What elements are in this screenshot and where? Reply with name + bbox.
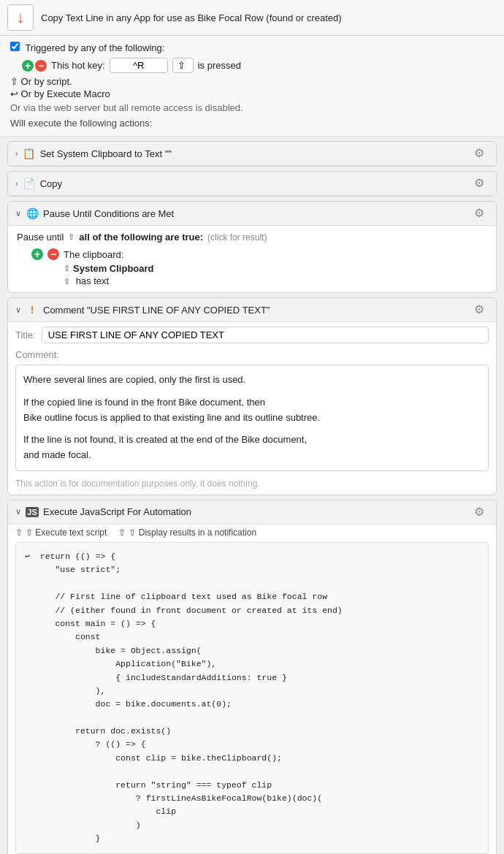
action-pause-header: ∨ 🌐 Pause Until Conditions are Met ⚙ <box>8 202 496 226</box>
action-comment-body: Title: Comment: Where several lines are … <box>8 322 496 495</box>
action-set-clipboard-header: › 📋 Set System Clipboard to Text "" ⚙ <box>8 142 496 166</box>
action-comment-left: ∨ ! Comment "USE FIRST LINE OF ANY COPIE… <box>15 304 270 316</box>
action4-title: Comment "USE FIRST LINE OF ANY COPIED TE… <box>43 305 270 316</box>
action-js: ∨ JS Execute JavaScript For Automation ⚙… <box>7 500 497 854</box>
system-clipboard-value: System Clipboard <box>73 263 154 274</box>
action-comment: ∨ ! Comment "USE FIRST LINE OF ANY COPIE… <box>7 297 497 495</box>
action-copy: › 📄 Copy ⚙ <box>7 171 497 197</box>
action4-collapse-arrow[interactable]: ∨ <box>15 305 21 315</box>
action3-title: Pause Until Conditions are Met <box>43 208 174 219</box>
macro-icon: ↓ <box>17 8 25 27</box>
exclaim-icon: ! <box>26 304 39 316</box>
is-pressed-label: is pressed <box>198 60 241 71</box>
pause-all-true: all of the following are true: <box>79 232 203 243</box>
comment-text-body: Where several lines are copied, only the… <box>15 365 489 471</box>
action2-gear-icon[interactable]: ⚙ <box>474 176 489 191</box>
macro-icon-box: ↓ <box>7 4 34 31</box>
actions-section: › 📋 Set System Clipboard to Text "" ⚙ › … <box>0 137 504 854</box>
will-execute-label: Will execute the following actions: <box>10 118 494 129</box>
action2-title: Copy <box>40 178 62 189</box>
trigger-section: Triggered by any of the following: + − T… <box>0 36 504 137</box>
copy-icon: 📄 <box>23 178 36 189</box>
remove-hotkey-button[interactable]: − <box>35 60 47 72</box>
macro-header: ↓ Copy Text Line in any App for use as B… <box>0 0 504 36</box>
remove-condition-button[interactable]: − <box>47 248 59 260</box>
add-hotkey-button[interactable]: + <box>22 60 34 72</box>
js-options-row: ⇧ ⇧ Execute text script ⇧ ⇧ Display resu… <box>8 525 496 542</box>
pause-until-label: Pause until <box>17 232 64 243</box>
triggered-label: Triggered by any of the following: <box>10 42 494 53</box>
comment-title-input[interactable] <box>42 327 489 343</box>
action-copy-header: › 📄 Copy ⚙ <box>8 172 496 196</box>
hotkey-label: This hot key: <box>51 60 105 71</box>
action-js-header: ∨ JS Execute JavaScript For Automation ⚙ <box>8 500 496 525</box>
condition-row: + − The clipboard: <box>31 248 487 260</box>
hotkey-row: + − This hot key: ⇧ ⌘ ⌥ ⌃ is pressed <box>22 58 494 73</box>
has-text-value: has text <box>76 275 110 286</box>
action-copy-left: › 📄 Copy <box>15 178 62 189</box>
action5-collapse-arrow[interactable]: ∨ <box>15 507 21 516</box>
hotkey-modifier-select[interactable]: ⇧ ⌘ ⌥ ⌃ <box>172 58 194 73</box>
has-text-row: ⇧ has text <box>64 275 487 286</box>
action1-collapse-arrow[interactable]: › <box>15 149 18 158</box>
title-label: Title: <box>15 329 36 340</box>
hotkey-dropdown-wrapper: ⇧ ⌘ ⌥ ⌃ <box>172 58 194 73</box>
action-pause-left: ∨ 🌐 Pause Until Conditions are Met <box>15 207 174 219</box>
action5-gear-icon[interactable]: ⚙ <box>474 505 489 519</box>
comment-label: Comment: <box>8 346 496 362</box>
action3-gear-icon[interactable]: ⚙ <box>474 206 489 221</box>
comment-title-row: Title: <box>8 322 496 346</box>
action4-gear-icon[interactable]: ⚙ <box>474 302 489 317</box>
triggered-checkbox[interactable] <box>10 42 20 51</box>
action5-title: Execute JavaScript For Automation <box>43 506 191 517</box>
pause-until-row: Pause until ⇧ all of the following are t… <box>17 232 487 243</box>
add-condition-button[interactable]: + <box>31 248 43 260</box>
action-js-left: ∨ JS Execute JavaScript For Automation <box>15 506 191 517</box>
add-remove-hotkey: + − <box>22 60 47 72</box>
or-by-script: ⇧ Or by script. <box>10 76 494 87</box>
display-results-option[interactable]: ⇧ ⇧ Display results in a notification <box>118 527 256 538</box>
pause-globe-icon: 🌐 <box>26 207 39 219</box>
action-pause-body: Pause until ⇧ all of the following are t… <box>8 226 496 292</box>
macro-title: Copy Text Line in any App for use as Bik… <box>41 12 342 23</box>
click-for-result[interactable]: (click for result) <box>207 232 267 243</box>
doc-only-note: This action is for documentation purpose… <box>8 476 496 495</box>
js-code-area[interactable]: ↩ return (() => { "use strict"; // First… <box>15 542 489 854</box>
action3-collapse-arrow[interactable]: ∨ <box>15 209 21 218</box>
or-via-web: Or via the web server but all remote acc… <box>10 102 494 113</box>
action1-gear-icon[interactable]: ⚙ <box>474 146 489 161</box>
action-comment-header: ∨ ! Comment "USE FIRST LINE OF ANY COPIE… <box>8 298 496 322</box>
the-clipboard-label: The clipboard: <box>64 249 123 260</box>
action-js-body: ⇧ ⇧ Execute text script ⇧ ⇧ Display resu… <box>8 525 496 854</box>
execute-text-script-option[interactable]: ⇧ ⇧ Execute text script <box>15 527 107 538</box>
action2-collapse-arrow[interactable]: › <box>15 179 18 188</box>
or-by-execute-macro: ↩ Or by Execute Macro <box>10 88 494 99</box>
clipboard-set-icon: 📋 <box>23 148 36 159</box>
system-clipboard-row: ⇧ System Clipboard <box>64 263 487 274</box>
condition-item: + − The clipboard: ⇧ System Clipboard ⇧ … <box>31 248 487 286</box>
action-pause: ∨ 🌐 Pause Until Conditions are Met ⚙ Pau… <box>7 201 497 293</box>
action-set-clipboard-left: › 📋 Set System Clipboard to Text "" <box>15 148 172 159</box>
hotkey-input[interactable] <box>110 58 168 73</box>
action1-title: Set System Clipboard to Text "" <box>40 148 172 159</box>
action-set-clipboard: › 📋 Set System Clipboard to Text "" ⚙ <box>7 141 497 167</box>
js-icon: JS <box>26 507 39 517</box>
